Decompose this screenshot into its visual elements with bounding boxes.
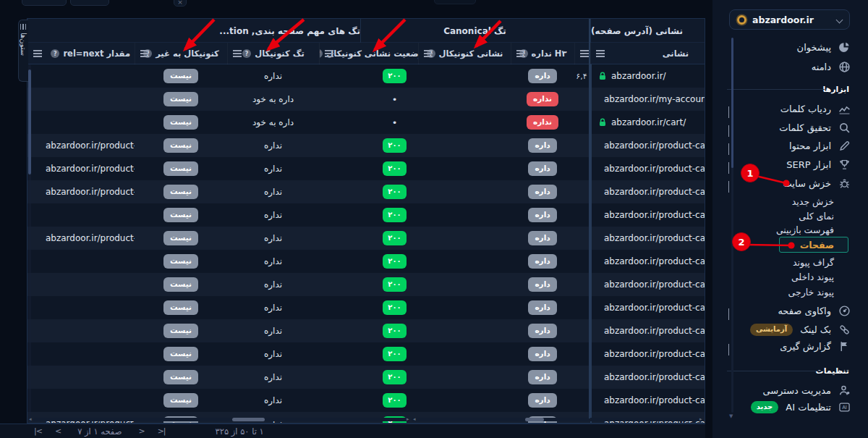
- workspace-selector[interactable]: abzardoor.ir: [729, 9, 850, 30]
- page-url: abzardoor.ir/cart/: [611, 117, 686, 127]
- table-group-header[interactable]: تگ Canonical: [360, 19, 589, 43]
- pagination-last-button[interactable]: >|: [151, 426, 172, 436]
- sidebar-item-واکاوی صفحه[interactable]: واکاوی صفحه: [712, 301, 868, 320]
- columns-panel-tab[interactable]: ستون‌ها: [18, 20, 28, 82]
- sidebar-item-گزارش گیری[interactable]: گزارش گیری: [712, 337, 868, 355]
- sidebar-item-دامنه[interactable]: دامنه: [712, 57, 868, 76]
- sidebar-item-خزش سایت[interactable]: خزش سایت: [712, 174, 868, 193]
- pagination-prev-button[interactable]: <: [48, 426, 67, 436]
- cell-url: abzardoor.ir/my-account/: [590, 88, 705, 111]
- h3-badge: داره: [528, 370, 556, 384]
- table-row[interactable]: نیستنداره۲۰۰دارهabzardoor.ir/product-cat…: [27, 203, 705, 227]
- column-menu-icon[interactable]: [424, 50, 433, 57]
- table-row[interactable]: abzardoor.ir/product-cateنیستنداره۲۰۰دار…: [27, 157, 705, 180]
- column-header-label: نشانی کنونیکال: [439, 49, 503, 59]
- cell-status: ۲۰۰: [319, 227, 418, 250]
- table-body: نیستنداره۲۰۰داره۶,۴abzardoor.ir/نیستداره…: [27, 64, 705, 424]
- table-row[interactable]: نیستداره به خود•ندارهabzardoor.ir/cart/: [27, 111, 705, 134]
- cell-status: ۲۰۰: [319, 180, 418, 203]
- cell-stub: [574, 389, 589, 412]
- sidebar-scrollbar-thumb[interactable]: [731, 38, 733, 168]
- column-menu-icon[interactable]: [33, 50, 42, 57]
- workspace-name: abzardoor.ir: [752, 14, 831, 25]
- help-icon[interactable]: ?: [242, 49, 251, 58]
- cell-status: •: [319, 111, 418, 134]
- cell-relnext: [27, 111, 135, 134]
- cell-stub: [574, 180, 589, 203]
- scroll-right-icon[interactable]: ▸: [699, 416, 702, 423]
- table-row[interactable]: نیستداره به خود•ندارهabzardoor.ir/my-acc…: [27, 88, 705, 111]
- column-menu-icon[interactable]: [596, 50, 605, 57]
- section-label: ابزارها: [822, 85, 849, 94]
- scroll-left-icon[interactable]: ◂: [413, 416, 416, 423]
- sidebar-item-تحقیق کلمات[interactable]: تحقیق کلمات: [712, 118, 868, 137]
- table-row[interactable]: abzardoor.ir/product-cateنیستنداره۲۰۰دار…: [27, 227, 705, 250]
- table-group-header[interactable]: نشانی (آدرس صفحه): [590, 19, 705, 43]
- table-row[interactable]: نیستنداره۲۰۰دارهabzardoor.ir/product-cat…: [27, 296, 705, 319]
- chevron-down-icon: [728, 344, 729, 355]
- horizontal-scrollbar-left[interactable]: [33, 418, 409, 421]
- sidebar-section-تنظیمات: تنظیمات: [712, 361, 868, 380]
- column-menu-icon[interactable]: [580, 50, 589, 57]
- canonical-to-other-badge: نیست: [163, 138, 198, 152]
- sidebar-item-label: دامنه: [812, 62, 831, 72]
- horizontal-scrollbar-thumb[interactable]: [525, 418, 544, 421]
- cell-h3: داره: [511, 273, 574, 296]
- table-group-header[interactable]: تگ های مهم صفحه بندی, tion...: [27, 19, 360, 43]
- sidebar-item-تنظیمات AI[interactable]: AIتنظیمات AIجدید: [712, 397, 868, 416]
- sidebar-item-badge: آزمایشی: [750, 324, 793, 336]
- table-row[interactable]: abzardoor.ir/product-cateنیستنداره۲۰۰دار…: [27, 134, 705, 157]
- status-badge: ۲۰۰: [383, 69, 406, 83]
- vertical-scrollbar[interactable]: [28, 64, 31, 424]
- table-row[interactable]: نیستنداره۲۰۰دارهabzardoor.ir/product-cat…: [27, 366, 705, 389]
- scroll-right-icon[interactable]: ▸: [407, 416, 409, 423]
- sidebar-item-label: پیشخوان: [797, 42, 831, 53]
- sidebar-scrollbar[interactable]: [731, 38, 733, 413]
- column-header-h3: ?H۳ نداره: [511, 43, 574, 64]
- pagination-next-button[interactable]: >: [132, 426, 150, 436]
- horizontal-scrollbar-thumb[interactable]: [232, 418, 265, 421]
- table-row[interactable]: نیستنداره۲۰۰داره۶,۴abzardoor.ir/: [27, 64, 705, 88]
- chevron-down-icon: [728, 143, 729, 154]
- pagination-first-button[interactable]: |<: [27, 426, 48, 436]
- table-row[interactable]: abzardoor.ir/product-cateنیستنداره۲۰۰دار…: [27, 180, 705, 203]
- scroll-left-icon[interactable]: ◂: [29, 416, 32, 423]
- cell-to_other: نیست: [135, 203, 227, 227]
- canonical-to-other-badge: نیست: [163, 277, 198, 291]
- sidebar-item-label: ابزار محتوا: [789, 140, 831, 151]
- sidebar-item-ردیاب کلمات[interactable]: ردیاب کلمات: [712, 99, 868, 118]
- cell-stub: [574, 203, 589, 227]
- status-dot: •: [392, 94, 398, 105]
- user-gear-icon: [838, 384, 851, 397]
- table-row[interactable]: نیستنداره۲۰۰دارهabzardoor.ir/product-cat…: [27, 250, 705, 273]
- table-row[interactable]: نیستنداره۲۰۰دارهabzardoor.ir/product-cat…: [27, 319, 705, 342]
- table-row[interactable]: نیستنداره۲۰۰دارهabzardoor.ir/product-cat…: [27, 273, 705, 296]
- help-icon[interactable]: ?: [51, 49, 59, 58]
- cell-url: abzardoor.ir/product-categor: [590, 319, 705, 342]
- cell-status: ۲۰۰: [319, 64, 418, 88]
- sidebar-item-ابزار محتوا[interactable]: ابزار محتوا: [712, 136, 868, 155]
- sidebar-item-ابزار SERP[interactable]: ابزار SERP: [712, 155, 868, 174]
- sidebar-item-پیشخوان[interactable]: پیشخوان: [712, 38, 868, 56]
- cell-to_other: نیست: [135, 180, 227, 203]
- cell-tag: نداره: [227, 389, 319, 412]
- sidebar-item-صفحات[interactable]: صفحات: [712, 235, 868, 254]
- cell-url: abzardoor.ir/cart/: [590, 111, 705, 134]
- vertical-scrollbar-thumb[interactable]: [28, 70, 31, 174]
- column-menu-icon[interactable]: [516, 50, 525, 57]
- column-menu-icon[interactable]: [325, 50, 333, 57]
- column-menu-icon[interactable]: [233, 50, 242, 57]
- h3-badge: داره: [528, 347, 556, 361]
- cell-stub: [574, 227, 589, 250]
- column-menu-icon[interactable]: [140, 50, 149, 57]
- cell-to_other: نیست: [135, 111, 227, 134]
- table-row[interactable]: نیستنداره۲۰۰دارهabzardoor.ir/product-cat…: [27, 342, 705, 366]
- canonical-tag-value: نداره: [264, 187, 282, 197]
- sidebar-item-label: خزش سایت: [783, 178, 831, 189]
- sidebar-item-پیوند خارجی[interactable]: پیوند خارجی: [712, 282, 868, 301]
- cell-to_other: نیست: [135, 342, 227, 366]
- horizontal-scrollbar-right[interactable]: [412, 418, 702, 421]
- table-row[interactable]: نیستنداره۲۰۰دارهabzardoor.ir/product-cat…: [27, 389, 705, 412]
- help-icon[interactable]: ?: [319, 49, 323, 58]
- column-header-label: تگ کنونیکال: [255, 49, 305, 59]
